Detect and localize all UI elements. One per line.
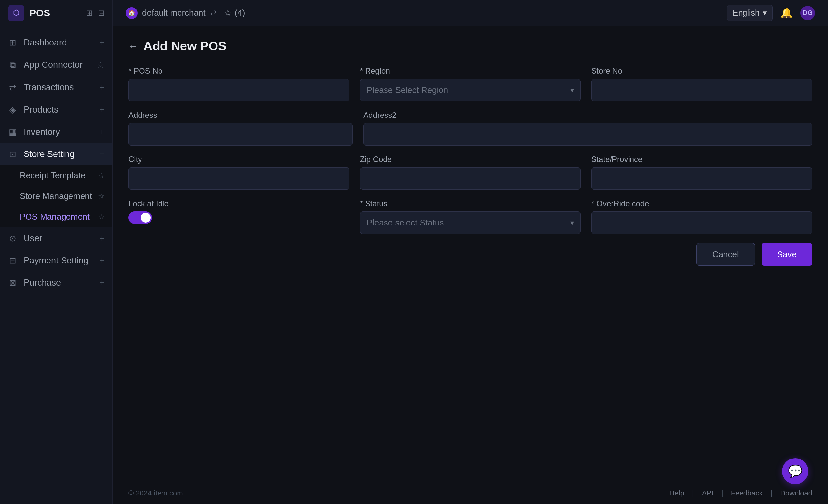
language-value: English [733,8,759,18]
sidebar-item-receipt-template[interactable]: Receipt Template ☆ [0,165,112,186]
logo-icon: ⬡ [8,5,24,21]
cancel-button[interactable]: Cancel [696,243,755,266]
sidebar-item-inventory[interactable]: ▦ Inventory + [0,121,112,143]
form-row-1: * POS No * Region Please Select Region ▾… [128,66,812,101]
topbar-favs[interactable]: ☆ (4) [224,8,245,18]
region-label: * Region [360,66,581,76]
back-button[interactable]: ← [128,41,137,52]
add-icon[interactable]: + [99,233,105,243]
form-row-2: Address Address2 [128,110,812,146]
submenu-label: POS Management [19,212,90,222]
sidebar-item-payment-setting[interactable]: ⊟ Payment Setting + [0,249,112,272]
form-actions: Cancel Save [128,243,812,266]
sidebar-item-store-setting[interactable]: ⊡ Store Setting − [0,143,112,165]
zip-code-label: Zip Code [360,155,581,164]
page-title: Add New POS [143,39,226,53]
merchant-icon: 🏠 [126,7,137,19]
form-group-override-code: * OverRide code [591,199,812,234]
form-group-address2: Address2 [363,110,812,146]
status-select[interactable]: Please select Status ▾ [360,212,581,234]
star-icon[interactable]: ☆ [98,192,105,200]
sidebar-item-products[interactable]: ◈ Products + [0,98,112,121]
sidebar-collapse-icon[interactable]: ⊟ [98,8,105,18]
footer-copyright: © 2024 item.com [128,489,183,498]
city-input[interactable] [128,167,349,190]
override-code-label: * OverRide code [591,199,812,208]
store-no-input[interactable] [591,79,812,101]
bell-icon[interactable]: 🔔 [781,7,793,19]
pos-no-input[interactable] [128,79,349,101]
sidebar-item-label: Dashboard [24,38,67,48]
sidebar-item-store-management[interactable]: Store Management ☆ [0,186,112,207]
footer-link-help[interactable]: Help [669,489,684,498]
zip-code-input[interactable] [360,167,581,190]
footer-separator: | [721,489,723,498]
sidebar-grid-icon[interactable]: ⊞ [86,8,93,18]
topbar-right: English ▾ 🔔 DG [727,5,815,21]
pos-no-label: * POS No [128,66,349,76]
page-header: ← Add New POS [128,39,812,53]
add-icon[interactable]: + [99,255,105,266]
lock-at-idle-label: Lock at Idle [128,199,349,208]
submenu-label: Receipt Template [19,171,85,181]
sidebar-item-app-connector[interactable]: ⧉ App Connector ☆ [0,54,112,76]
collapse-icon[interactable]: − [99,149,105,159]
lock-at-idle-toggle[interactable] [128,212,152,224]
topbar: 🏠 default merchant ⇄ ☆ (4) English ▾ 🔔 D… [113,0,828,26]
language-selector[interactable]: English ▾ [727,5,773,21]
sidebar-nav: ⊞ Dashboard + ⧉ App Connector ☆ ⇄ Transa… [0,26,112,504]
purchase-icon: ⊠ [8,278,18,288]
payment-setting-icon: ⊟ [8,256,18,266]
form-group-city: City [128,155,349,190]
form-row-4: Lock at Idle * Status Please select Stat… [128,199,812,234]
merchant-name: default merchant [142,8,206,18]
status-placeholder: Please select Status [367,218,444,228]
footer-link-feedback[interactable]: Feedback [731,489,763,498]
star-icon[interactable]: ☆ [96,59,105,71]
address2-input[interactable] [363,123,812,146]
star-icon[interactable]: ☆ [98,172,105,180]
chat-fab[interactable]: 💬 [782,458,809,485]
store-setting-icon: ⊡ [8,149,18,159]
sidebar-item-label: User [24,233,42,243]
footer-separator: | [692,489,694,498]
form-group-store-no: Store No [591,66,812,101]
save-button[interactable]: Save [761,243,812,266]
toggle-knob [141,213,151,223]
store-setting-submenu: Receipt Template ☆ Store Management ☆ PO… [0,165,112,227]
sidebar-item-transactions[interactable]: ⇄ Transactions + [0,76,112,98]
chat-icon: 💬 [788,464,803,478]
form-row-3: City Zip Code State/Province [128,155,812,190]
address-input[interactable] [128,123,353,146]
state-province-input[interactable] [591,167,812,190]
add-icon[interactable]: + [99,278,105,288]
sidebar: ⬡ POS ⊞ ⊟ ⊞ Dashboard + ⧉ App Connector … [0,0,113,504]
avatar[interactable]: DG [800,6,815,20]
add-icon[interactable]: + [99,37,105,48]
status-label: * Status [360,199,581,208]
footer-separator: | [770,489,772,498]
main-content: 🏠 default merchant ⇄ ☆ (4) English ▾ 🔔 D… [113,0,828,504]
sidebar-item-user[interactable]: ⊙ User + [0,227,112,249]
add-icon[interactable]: + [99,127,105,137]
sidebar-item-purchase[interactable]: ⊠ Purchase + [0,272,112,294]
star-icon[interactable]: ☆ [98,213,105,221]
merchant-info: 🏠 default merchant ⇄ [126,7,216,19]
sidebar-item-dashboard[interactable]: ⊞ Dashboard + [0,32,112,54]
address2-label: Address2 [363,110,812,120]
add-icon[interactable]: + [99,82,105,93]
region-select[interactable]: Please Select Region ▾ [360,79,581,101]
add-pos-form: * POS No * Region Please Select Region ▾… [128,66,812,266]
dashboard-icon: ⊞ [8,38,18,48]
add-icon[interactable]: + [99,104,105,115]
footer-links: Help | API | Feedback | Download [669,489,812,498]
state-province-label: State/Province [591,155,812,164]
sidebar-item-pos-management[interactable]: POS Management ☆ [0,207,112,227]
footer-link-download[interactable]: Download [780,489,812,498]
sidebar-item-label: Payment Setting [24,256,88,266]
override-code-input[interactable] [591,212,812,234]
inventory-icon: ▦ [8,127,18,137]
footer-link-api[interactable]: API [702,489,713,498]
form-group-region: * Region Please Select Region ▾ [360,66,581,101]
sidebar-item-label: Store Setting [24,149,75,159]
